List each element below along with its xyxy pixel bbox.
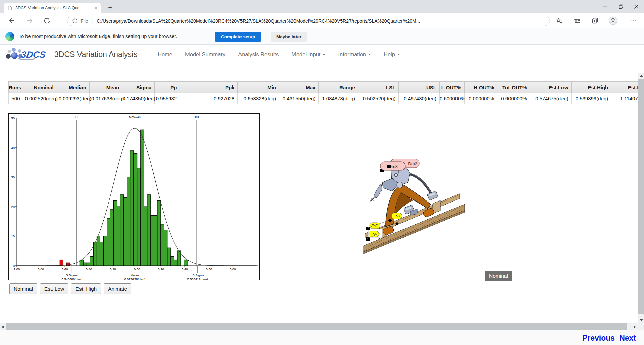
stats-value: -0.017638(deg) [89, 93, 122, 104]
histogram-bar [174, 260, 177, 266]
knuckle-bracket [374, 183, 382, 198]
est-low-button[interactable]: Est. Low [40, 283, 68, 294]
window-restore-icon[interactable] [613, 0, 629, 13]
scroll-left-icon[interactable] [0, 323, 6, 330]
histogram-bar [161, 224, 164, 266]
page-info-icon[interactable] [72, 18, 78, 24]
browser-window: 3DCS Variation Analysis: SLA Qua + [0, 0, 644, 345]
stats-col-nominal: Nominal [23, 82, 57, 93]
nav-item-home[interactable]: Home [158, 51, 172, 58]
scroll-up-icon[interactable] [638, 73, 644, 79]
model-3d-view[interactable]: Dm2 Fm3 To3 To2 To1 [362, 152, 473, 259]
stats-col-mean: Mean [89, 82, 122, 93]
add-favorite-icon[interactable] [553, 15, 564, 26]
window-minimize-icon[interactable] [598, 0, 613, 13]
svg-text:0.40: 0.40 [86, 267, 92, 271]
browser-tab[interactable]: 3DCS Variation Analysis: SLA Qua [4, 3, 101, 13]
callout-to1[interactable]: To1 [369, 231, 379, 237]
callout-selection-box [387, 165, 391, 168]
stats-header-row: RunsNominalMedianMeanSigmaPpPpkMinMaxRan… [9, 82, 639, 93]
nav-item-information[interactable]: Information [338, 51, 371, 58]
nav-item-label: Analysis Results [238, 51, 279, 58]
url-text[interactable]: C:/Users/priya/Downloads/SLA%20Quarter%2… [97, 18, 545, 24]
chart-panel: 010203040501.000.800.600.400.200.000.200… [8, 113, 260, 280]
svg-text:40: 40 [11, 146, 15, 150]
est-high-button[interactable]: Est. High [71, 283, 101, 294]
stats-value: 0.539399(deg) [571, 93, 611, 104]
svg-text:0.60: 0.60 [206, 267, 212, 271]
nominal-button[interactable]: Nominal [9, 283, 37, 294]
scroll-right-icon[interactable] [632, 323, 638, 330]
back-icon[interactable] [7, 15, 17, 26]
forward-icon[interactable] [24, 15, 35, 26]
main-nav: HomeModel SummaryAnalysis ResultsModel I… [158, 45, 400, 64]
svg-text:30: 30 [11, 175, 15, 179]
ball-joint [397, 182, 403, 188]
histogram-bar [147, 195, 151, 266]
callout-to2[interactable]: To2 [370, 223, 380, 229]
scroll-down-icon[interactable] [638, 317, 644, 323]
stats-col-pp: Pp [155, 82, 180, 93]
stats-value-row: 500-0.002520(deg)-0.009293(deg)-0.017638… [9, 93, 639, 104]
stats-col-min: Min [238, 82, 279, 93]
address-bar[interactable]: File | C:/Users/priya/Downloads/SLA%20Qu… [67, 16, 550, 26]
stats-value: 0.600000% [497, 93, 530, 104]
nav-item-help[interactable]: Help [384, 51, 400, 58]
page-title: 3DCS Variation Analysis [54, 45, 138, 64]
maybe-later-button[interactable]: Maybe later [271, 32, 307, 42]
histogram-chart: 010203040501.000.800.600.400.200.000.200… [9, 114, 259, 280]
stats-value: 500 [9, 93, 23, 104]
collections-icon[interactable] [590, 15, 600, 26]
window-close-icon[interactable] [629, 0, 644, 13]
tab-close-icon[interactable] [93, 6, 98, 10]
stats-col-est-range: Est.Range [611, 82, 638, 93]
svg-text:LSL: LSL [74, 115, 79, 119]
stats-value: -0.502520(deg) [358, 93, 399, 104]
refresh-icon[interactable] [42, 15, 52, 26]
stats-table: RunsNominalMedianMeanSigmaPpPpkMinMaxRan… [8, 81, 638, 104]
previous-link[interactable]: Previous [582, 334, 615, 343]
svg-text:USL: USL [194, 115, 200, 119]
nav-item-analysis-results[interactable]: Analysis Results [238, 51, 279, 58]
horizontal-scrollbar[interactable] [0, 323, 638, 330]
histogram-bar [104, 236, 107, 266]
nav-item-model-input[interactable]: Model Input [291, 51, 325, 58]
horizontal-scroll-thumb[interactable] [6, 323, 627, 330]
svg-text:0.60: 0.60 [62, 267, 68, 271]
histogram-bar [157, 200, 161, 266]
nav-item-label: Model Input [291, 51, 320, 58]
svg-text:50: 50 [11, 116, 15, 120]
more-menu-icon[interactable]: ⋯ [628, 15, 639, 26]
profile-avatar[interactable] [608, 15, 619, 26]
browser-toolbar: File | C:/Users/priya/Downloads/SLA%20Qu… [0, 13, 644, 28]
nav-item-model-summary[interactable]: Model Summary [185, 51, 225, 58]
complete-setup-button[interactable]: Complete setup [215, 32, 261, 42]
stats-col-est-low: Est.Low [530, 82, 572, 93]
next-link[interactable]: Next [619, 334, 636, 343]
favorites-icon[interactable] [572, 15, 582, 26]
svg-text:3 Sigma: 3 Sigma [66, 273, 78, 277]
new-tab-button[interactable]: + [105, 3, 115, 13]
stats-value: -0.574675(deg) [530, 93, 572, 104]
url-scheme-label: File [80, 18, 88, 24]
stats-value: 0.927028 [180, 93, 238, 104]
vertical-scroll-thumb[interactable] [638, 79, 644, 314]
stats-value: 0.600000% [439, 93, 464, 104]
histogram-bar [100, 242, 104, 266]
window-controls [598, 0, 644, 13]
stats-col-median: Median [57, 82, 89, 93]
vertical-scrollbar[interactable] [638, 73, 644, 323]
histogram-bar [141, 130, 144, 266]
animate-button[interactable]: Animate [104, 283, 131, 294]
histogram-bar [93, 242, 97, 266]
page-favicon-icon [7, 5, 13, 11]
callout-to3[interactable]: To3 [392, 213, 402, 219]
stats-value: 0.174350(deg) [122, 93, 155, 104]
control-arm [386, 185, 431, 227]
logo-wordmark: 3DCS [21, 49, 46, 60]
nav-item-label: Home [158, 51, 172, 58]
svg-text:20: 20 [11, 205, 15, 209]
callout-fm3[interactable]: Fm3 [380, 162, 405, 170]
histogram-bar [80, 260, 83, 266]
histogram-bar [130, 151, 134, 266]
